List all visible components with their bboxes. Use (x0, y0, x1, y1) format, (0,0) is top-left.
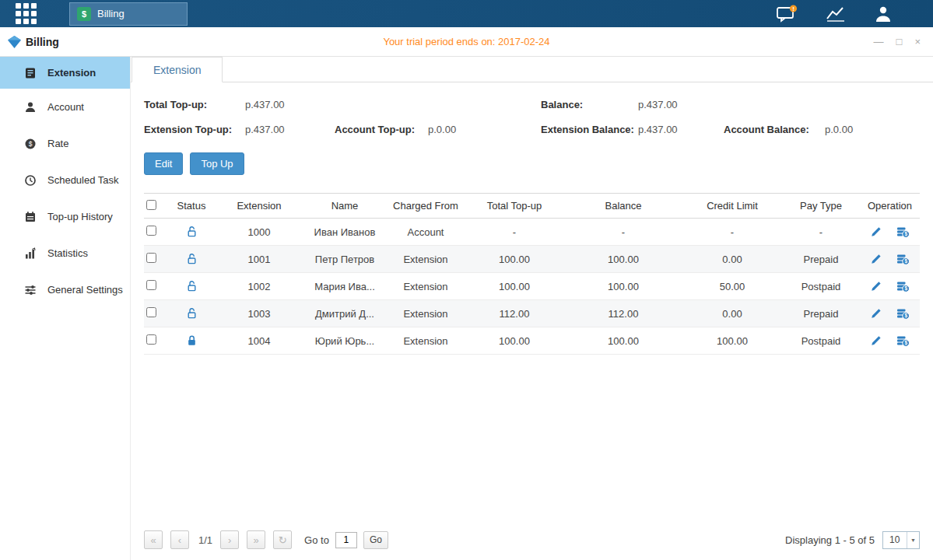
column-header-status: Status (167, 194, 216, 219)
close-button[interactable]: × (914, 37, 921, 47)
summary-value: p.437.00 (638, 124, 678, 135)
row-checkbox[interactable] (146, 226, 156, 236)
next-page-button[interactable]: › (220, 530, 239, 549)
cell-pay-type: Prepaid (782, 246, 860, 273)
sidebar-item-label: General Settings (47, 284, 123, 296)
cell-extension: 1000 (216, 219, 303, 246)
app-grid-icon[interactable] (16, 3, 37, 24)
sidebar-item-rate[interactable]: $ Rate (0, 125, 130, 162)
column-header-extension: Extension (216, 194, 303, 219)
cell-balance: 100.00 (564, 246, 682, 273)
top-bar: $ Billing ! (0, 0, 933, 27)
column-header-operation: Operation (860, 194, 920, 219)
summary-label: Account Top-up: (335, 124, 428, 135)
page-size-select[interactable]: 10 ▼ (882, 531, 920, 549)
rate-icon: $ (23, 138, 37, 150)
sidebar-item-account[interactable]: Account (0, 89, 130, 125)
refresh-icon[interactable]: ↻ (273, 530, 292, 549)
balance-summary: Total Top-up: p.437.00 Balance: p.437.00… (144, 99, 920, 149)
sidebar-item-label: Account (47, 101, 84, 113)
user-account-icon[interactable] (874, 5, 893, 23)
sidebar-item-extension[interactable]: Extension (0, 57, 130, 89)
topup-icon[interactable]: $ (896, 226, 910, 238)
cell-balance: 112.00 (564, 300, 682, 327)
lock-open-icon (186, 226, 198, 238)
edit-icon[interactable] (870, 335, 882, 347)
minimize-button[interactable]: — (874, 37, 884, 47)
svg-text:$: $ (905, 313, 908, 320)
general-settings-icon (23, 284, 37, 296)
trial-notice: Your trial period ends on: 2017-02-24 (0, 36, 933, 47)
svg-text:$: $ (29, 140, 33, 148)
top-bar-icons: ! (776, 5, 893, 23)
billing-app-tab-label: Billing (97, 8, 125, 19)
sidebar-item-label: Top-up History (47, 211, 113, 222)
first-page-button[interactable]: « (144, 530, 163, 549)
lock-open-icon (186, 253, 198, 265)
last-page-button[interactable]: » (247, 530, 265, 549)
edit-icon[interactable] (870, 254, 882, 265)
go-button[interactable]: Go (363, 531, 388, 549)
cell-credit-limit: 0.00 (682, 246, 782, 273)
summary-value: p.0.00 (825, 124, 853, 135)
sidebar-item-general-settings[interactable]: General Settings (0, 271, 130, 308)
select-all-checkbox[interactable] (146, 200, 156, 210)
sidebar-item-scheduled-task[interactable]: Scheduled Task (0, 162, 130, 198)
column-header-pay-type: Pay Type (782, 194, 860, 219)
table-row: 1000 Иван Иванов Account - - - - $ (144, 219, 920, 246)
cell-pay-type: Prepaid (782, 300, 860, 327)
edit-button[interactable]: Edit (144, 152, 183, 175)
row-checkbox[interactable] (146, 280, 156, 290)
summary-value: p.437.00 (245, 99, 285, 110)
cell-total-topup: - (465, 219, 564, 246)
topup-icon[interactable]: $ (896, 253, 910, 265)
sidebar-item-topup-history[interactable]: Top-up History (0, 198, 130, 235)
table-row: 1004 Юрий Юрь... Extension 100.00 100.00… (144, 327, 920, 355)
cell-credit-limit: 100.00 (682, 327, 782, 355)
edit-icon[interactable] (870, 308, 882, 320)
cell-balance: 100.00 (564, 273, 682, 300)
chevron-down-icon: ▼ (907, 532, 919, 548)
statistics-chart-icon[interactable] (826, 6, 846, 22)
column-header-charged-from: Charged From (387, 194, 465, 219)
account-icon (23, 101, 37, 114)
billing-app-tab[interactable]: $ Billing (69, 2, 188, 26)
edit-icon[interactable] (870, 226, 882, 238)
edit-icon[interactable] (870, 281, 882, 292)
displaying-count: Displaying 1 - 5 of 5 (785, 534, 875, 546)
topup-icon[interactable]: $ (896, 307, 910, 320)
billing-app-window: $ Billing ! Your trial period ends on: 2… (0, 0, 933, 560)
lock-open-icon (186, 307, 198, 320)
svg-text:$: $ (905, 232, 908, 238)
messages-icon[interactable]: ! (776, 5, 798, 23)
topup-icon[interactable]: $ (896, 334, 910, 347)
prev-page-button[interactable]: ‹ (170, 530, 189, 549)
cell-credit-limit: 50.00 (682, 273, 782, 300)
cell-credit-limit: - (682, 219, 782, 246)
row-checkbox[interactable] (146, 253, 156, 263)
cell-name: Юрий Юрь... (303, 327, 387, 355)
goto-label: Go to (304, 534, 329, 546)
sidebar: Extension Account $ Rate Scheduled Task … (0, 57, 131, 560)
svg-text:$: $ (82, 9, 86, 19)
sidebar-item-label: Extension (47, 67, 96, 79)
cell-extension: 1004 (216, 327, 303, 355)
tab-extension[interactable]: Extension (132, 57, 223, 82)
topup-icon[interactable]: $ (896, 280, 910, 292)
extension-icon (23, 67, 37, 79)
sidebar-item-statistics[interactable]: Statistics (0, 235, 130, 271)
sidebar-item-label: Scheduled Task (47, 174, 119, 186)
cell-charged-from: Extension (387, 300, 465, 327)
top-up-button[interactable]: Top Up (190, 152, 244, 175)
cell-total-topup: 100.00 (465, 246, 564, 273)
row-checkbox[interactable] (146, 307, 156, 317)
lock-open-icon (186, 280, 198, 292)
row-checkbox[interactable] (146, 334, 156, 345)
table-header-row: Status Extension Name Charged From Total… (144, 194, 920, 219)
goto-page-input[interactable] (335, 532, 357, 548)
table-row: 1002 Мария Ива... Extension 100.00 100.0… (144, 273, 920, 300)
maximize-button[interactable]: □ (896, 37, 903, 47)
column-header-credit-limit: Credit Limit (682, 194, 782, 219)
cell-balance: - (564, 219, 682, 246)
table-row: 1001 Петр Петров Extension 100.00 100.00… (144, 246, 920, 273)
